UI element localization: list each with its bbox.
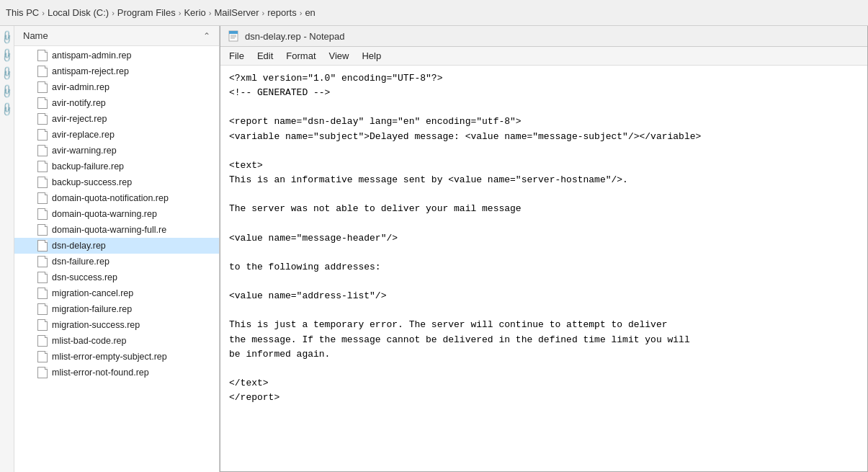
file-item[interactable]: domain-quota-warning-full.re (14, 222, 219, 238)
file-name-label: dsn-failure.rep (52, 257, 109, 267)
file-doc-icon (37, 177, 48, 188)
file-explorer-sidebar: Name ⌃ antispam-admin.repantispam-reject… (14, 26, 220, 472)
file-name-label: domain-quota-notification.rep (52, 193, 169, 203)
menu-view[interactable]: View (323, 48, 355, 63)
file-doc-icon (37, 303, 48, 315)
file-name-label: antispam-admin.rep (52, 50, 131, 61)
breadcrumb[interactable]: This PC (6, 7, 39, 18)
breadcrumb-sep-6: › (300, 9, 303, 17)
breadcrumb-en[interactable]: en (305, 7, 315, 18)
file-item[interactable]: avir-replace.rep (14, 127, 219, 143)
menu-file[interactable]: File (223, 48, 250, 63)
breadcrumb-kerio[interactable]: Kerio (184, 7, 205, 18)
file-doc-icon (37, 50, 48, 61)
notepad-app-icon (228, 30, 239, 42)
file-doc-icon (37, 97, 48, 109)
file-doc-icon (37, 288, 48, 299)
file-item[interactable]: mlist-error-not-found.rep (14, 365, 219, 380)
file-name-label: avir-notify.rep (52, 98, 106, 108)
file-item[interactable]: dsn-failure.rep (14, 254, 219, 270)
breadcrumb-sep-5: › (262, 9, 265, 17)
notepad-title: dsn-delay.rep - Notepad (245, 31, 345, 42)
file-doc-icon (37, 208, 48, 220)
breadcrumb-this-pc: This PC (6, 7, 39, 18)
menu-help[interactable]: Help (356, 48, 387, 63)
file-doc-icon (37, 367, 48, 378)
file-doc-icon (37, 224, 48, 236)
file-item[interactable]: avir-admin.rep (14, 79, 219, 95)
sort-icon[interactable]: ⌃ (203, 31, 210, 41)
file-item[interactable]: migration-success.rep (14, 317, 219, 333)
quick-access-sidebar: 📎 📎 📎 📎 📎 (0, 26, 14, 472)
file-item[interactable]: migration-failure.rep (14, 301, 219, 317)
name-column-header: Name (23, 30, 48, 41)
file-name-label: domain-quota-warning-full.re (52, 225, 166, 235)
notepad-menubar: File Edit Format View Help (220, 47, 867, 66)
file-name-label: avir-warning.rep (52, 146, 117, 156)
pin-icon-3[interactable]: 📎 (0, 66, 14, 81)
file-name-label: dsn-success.rep (52, 272, 117, 282)
breadcrumb-mailserver[interactable]: MailServer (214, 7, 259, 18)
file-name-label: avir-reject.rep (52, 114, 107, 124)
breadcrumb-sep-3: › (179, 9, 182, 17)
file-doc-icon (37, 351, 48, 362)
file-doc-icon (37, 272, 48, 283)
file-doc-icon (37, 319, 48, 331)
file-item[interactable]: avir-notify.rep (14, 95, 219, 111)
file-doc-icon (37, 66, 48, 77)
file-name-label: migration-success.rep (52, 320, 140, 330)
file-item[interactable]: migration-cancel.rep (14, 285, 219, 301)
file-name-label: mlist-error-empty-subject.rep (52, 352, 167, 362)
file-doc-icon (37, 113, 48, 125)
file-doc-icon (37, 129, 48, 141)
file-doc-icon (37, 335, 48, 347)
file-name-label: mlist-bad-code.rep (52, 336, 127, 346)
file-name-label: avir-replace.rep (52, 130, 115, 140)
file-name-label: migration-failure.rep (52, 304, 132, 314)
svg-rect-1 (229, 31, 238, 34)
file-doc-icon (37, 145, 48, 156)
main-area: 📎 📎 📎 📎 📎 Name ⌃ antispam-admin.repantis… (0, 26, 868, 472)
file-item[interactable]: antispam-admin.rep (14, 48, 219, 63)
file-name-label: backup-success.rep (52, 177, 132, 187)
breadcrumb-c-drive[interactable]: Local Disk (C:) (48, 7, 109, 18)
address-bar: This PC › Local Disk (C:) › Program File… (0, 0, 868, 26)
file-item[interactable]: dsn-delay.rep (14, 238, 219, 254)
breadcrumb-sep-1: › (42, 9, 45, 17)
file-name-label: mlist-error-not-found.rep (52, 368, 149, 378)
file-name-label: backup-failure.rep (52, 161, 124, 172)
file-item[interactable]: domain-quota-warning.rep (14, 206, 219, 222)
pin-icon-4[interactable]: 📎 (0, 84, 14, 99)
pin-icon-5[interactable]: 📎 (0, 102, 14, 117)
breadcrumb-sep-2: › (112, 9, 115, 17)
notepad-titlebar: dsn-delay.rep - Notepad (220, 26, 867, 47)
breadcrumb-sep-4: › (209, 9, 212, 17)
file-item[interactable]: avir-warning.rep (14, 143, 219, 159)
file-item[interactable]: domain-quota-notification.rep (14, 190, 219, 206)
menu-edit[interactable]: Edit (251, 48, 279, 63)
breadcrumb-program-files[interactable]: Program Files (117, 7, 176, 18)
file-item[interactable]: antispam-reject.rep (14, 63, 219, 79)
file-item[interactable]: backup-success.rep (14, 174, 219, 190)
file-name-label: domain-quota-warning.rep (52, 209, 157, 219)
pin-icon-1[interactable]: 📎 (0, 30, 14, 45)
notepad-window: dsn-delay.rep - Notepad File Edit Format… (220, 26, 868, 472)
menu-format[interactable]: Format (280, 48, 321, 63)
notepad-content-area[interactable]: <?xml version="1.0" encoding="UTF-8"?> <… (220, 66, 867, 471)
breadcrumb-reports[interactable]: reports (267, 7, 296, 18)
file-name-label: migration-cancel.rep (52, 288, 133, 298)
file-doc-icon (37, 81, 48, 93)
file-item[interactable]: avir-reject.rep (14, 111, 219, 127)
pin-icon-2[interactable]: 📎 (0, 48, 14, 63)
file-name-label: avir-admin.rep (52, 82, 109, 92)
file-item[interactable]: backup-failure.rep (14, 159, 219, 174)
file-name-label: antispam-reject.rep (52, 66, 129, 76)
file-doc-icon (37, 240, 48, 251)
file-item[interactable]: mlist-bad-code.rep (14, 333, 219, 349)
file-doc-icon (37, 161, 48, 172)
sidebar-header: Name ⌃ (14, 26, 219, 46)
file-item[interactable]: dsn-success.rep (14, 270, 219, 285)
file-doc-icon (37, 192, 48, 204)
file-item[interactable]: mlist-error-empty-subject.rep (14, 349, 219, 365)
file-doc-icon (37, 256, 48, 267)
